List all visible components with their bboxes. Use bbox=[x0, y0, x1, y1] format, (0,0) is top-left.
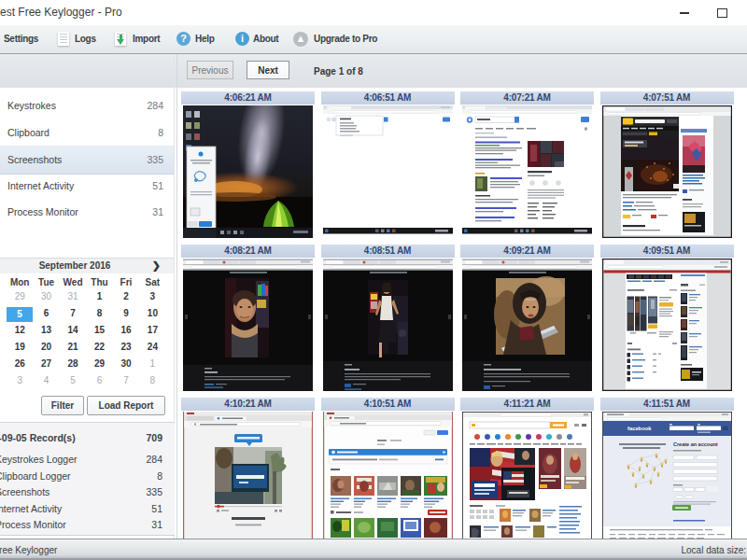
svg-text:facebook: facebook bbox=[627, 426, 652, 431]
svg-text:Create an account: Create an account bbox=[673, 441, 718, 447]
